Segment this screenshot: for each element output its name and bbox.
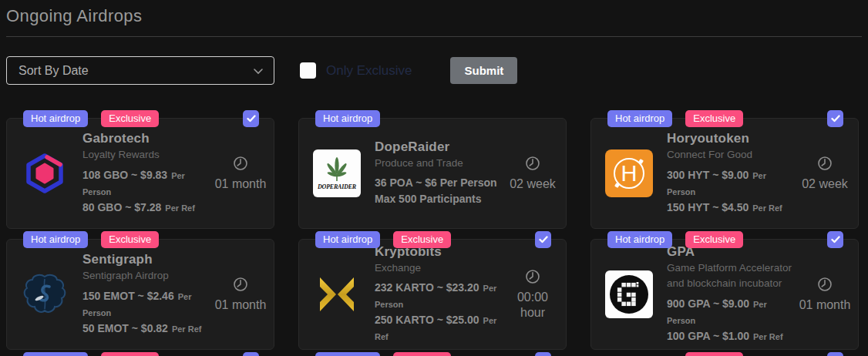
reward-line: Max 500 Participants: [375, 191, 503, 207]
reward-line: 150 HYT ~ $4.50Per Ref: [667, 200, 795, 216]
clock-icon: [817, 160, 833, 173]
card-badges: Hot airdrop Exclusive: [315, 231, 451, 248]
check-icon: [539, 233, 548, 247]
time-remaining: 01 month: [212, 156, 274, 192]
reward-line: 900 GPA ~ $9.00Per Person: [667, 296, 795, 328]
doperaider-wordmark: DOPERAIDER: [318, 183, 356, 190]
chevron-down-icon: [254, 64, 263, 78]
reward-line: 80 GBO ~ $7.28Per Ref: [82, 200, 210, 216]
time-remaining: 01 month: [212, 277, 274, 313]
hot-airdrop-badge: Hot airdrop: [607, 110, 672, 127]
clock-icon: [817, 281, 833, 294]
sort-by-select[interactable]: Sort By Date: [6, 56, 274, 85]
airdrop-title: Horyoutoken: [667, 131, 795, 146]
submit-button[interactable]: Submit: [450, 57, 517, 84]
sort-by-select-value: Sort By Date: [19, 64, 89, 78]
airdrop-card[interactable]: Hot airdrop Exclusive DOPERAIDER DopeRai…: [298, 118, 567, 229]
hot-airdrop-badge: Hot airdrop: [607, 231, 672, 248]
svg-text:H: H: [621, 161, 638, 186]
card-badges: Hot airdrop Exclusive: [607, 231, 743, 248]
reward-line: 232 KARTO ~ $23.20Per Person: [375, 280, 503, 312]
airdrop-title: DopeRaider: [375, 139, 503, 155]
reward-lines: 36 POA ~ $6 Per PersonMax 500 Participan…: [375, 175, 503, 207]
card-body: Sentigraph Sentigraph Airdrop 150 EMOT ~…: [7, 240, 274, 349]
hot-airdrop-badge: Hot airdrop: [315, 352, 380, 356]
reward-lines: 150 EMOT ~ $2.46Per Person50 EMOT ~ $0.8…: [82, 288, 210, 337]
card-checkbox[interactable]: [827, 231, 843, 248]
filter-controls: Sort By Date Only Exclusive Submit: [6, 56, 862, 85]
reward-line: 100 GPA ~ $1.00Per Ref: [667, 328, 795, 344]
exclusive-badge: Exclusive: [685, 110, 743, 127]
airdrop-subtitle: Connect For Good: [667, 147, 795, 163]
hot-airdrop-badge: Hot airdrop: [23, 231, 88, 248]
check-icon: [831, 233, 840, 247]
time-remaining: 00:00hour: [504, 269, 566, 321]
reward-lines: 300 HYT ~ $9.00Per Person150 HYT ~ $4.50…: [667, 167, 795, 216]
card-body: DOPERAIDER DopeRaider Produce and Trade …: [299, 119, 566, 228]
airdrop-subtitle: Loyalty Rewards: [82, 147, 210, 163]
card-checkbox[interactable]: [243, 110, 259, 127]
reward-lines: 232 KARTO ~ $23.20Per Person250 KARTO ~ …: [375, 280, 503, 344]
reward-lines: 900 GPA ~ $9.00Per Person100 GPA ~ $1.00…: [667, 296, 795, 344]
reward-line: 108 GBO ~ $9.83Per Person: [82, 167, 210, 200]
hot-airdrop-badge: Hot airdrop: [23, 110, 88, 127]
airdrop-card[interactable]: Hot airdrop Exclusive Sentigraph Sentigr…: [6, 239, 274, 350]
exclusive-badge: Exclusive: [685, 231, 743, 248]
reward-line: 150 EMOT ~ $2.46Per Person: [82, 288, 210, 321]
card-badges: Hot airdrop Exclusive: [23, 110, 159, 127]
sentigraph-brain-logo: [7, 272, 82, 317]
airdrop-card[interactable]: Hot airdrop Exclusive Gabrotech Loyalty …: [6, 118, 274, 229]
airdrop-subtitle: Exchange: [375, 260, 503, 276]
time-remaining: 02 week: [504, 156, 566, 192]
airdrop-subtitle: Produce and Trade: [375, 156, 503, 171]
card-checkbox[interactable]: [243, 352, 259, 356]
reward-line: 50 EMOT ~ $0.82Per Ref: [82, 321, 210, 337]
hot-airdrop-badge: Hot airdrop: [315, 231, 380, 248]
exclusive-badge: Exclusive: [393, 352, 451, 356]
exclusive-badge: Exclusive: [101, 110, 159, 127]
clock-icon: [525, 160, 540, 173]
reward-line: 36 POA ~ $6 Per Person: [375, 175, 503, 191]
airdrop-subtitle: Sentigraph Airdrop: [82, 268, 210, 284]
duration-text: 02 week: [796, 176, 853, 192]
card-body: GPA Game Platform Accelerator and blockc…: [591, 240, 858, 349]
card-badges: Hot airdrop Exclusive: [315, 352, 451, 356]
only-exclusive-label: Only Exclusive: [326, 63, 412, 79]
airdrop-card[interactable]: Hot airdrop Exclusive H Horyoutoken Conn…: [590, 118, 859, 229]
card-body: Gabrotech Loyalty Rewards 108 GBO ~ $9.8…: [7, 119, 274, 228]
airdrop-title: Sentigraph: [82, 252, 210, 267]
card-checkbox[interactable]: [827, 110, 843, 127]
check-icon: [247, 112, 256, 126]
card-badges: Hot airdrop Exclusive: [607, 110, 743, 127]
card-badges: Hot airdrop Exclusive: [23, 231, 159, 248]
gabrotech-hexagon-logo: [7, 153, 82, 194]
only-exclusive-checkbox[interactable]: [300, 62, 316, 79]
airdrop-card[interactable]: Hot airdrop Exclusive GPA Game Platform …: [590, 239, 859, 350]
airdrop-card[interactable]: Hot airdrop Exclusive Kryptobits Exchang…: [298, 239, 567, 350]
duration-text: 01 month: [212, 297, 269, 313]
only-exclusive-control: Only Exclusive: [300, 62, 412, 79]
duration-text: 01 month: [796, 297, 853, 313]
clock-icon: [525, 274, 540, 287]
reward-line: 250 KARTO ~ $25.00Per Ref: [375, 312, 503, 344]
card-badges: Hot airdrop Exclusive: [23, 352, 159, 356]
check-icon: [831, 112, 840, 126]
card-badges: Hot airdrop Exclusive: [607, 352, 743, 356]
airdrop-title: Gabrotech: [82, 131, 210, 146]
header-divider: [6, 36, 862, 37]
doperaider-leaf-logo: DOPERAIDER: [299, 149, 375, 197]
horyoutoken-h-logo: H: [591, 149, 667, 197]
card-checkbox[interactable]: [535, 231, 551, 248]
reward-lines: 108 GBO ~ $9.83Per Person80 GBO ~ $7.28P…: [82, 167, 210, 216]
exclusive-badge: Exclusive: [393, 231, 451, 248]
time-remaining: 02 week: [796, 156, 858, 192]
airdrop-subtitle: Game Platform Accelerator and blockchain…: [667, 260, 795, 291]
time-remaining: 01 month: [796, 277, 858, 313]
card-body: Kryptobits Exchange 232 KARTO ~ $23.20Pe…: [299, 240, 566, 349]
duration-text: 01 month: [212, 176, 269, 192]
gpa-g-logo: [591, 270, 667, 318]
page-header: Ongoing Airdrops: [0, 0, 868, 26]
hot-airdrop-badge: Hot airdrop: [23, 352, 88, 356]
card-checkbox[interactable]: [535, 352, 551, 356]
card-checkbox[interactable]: [827, 352, 843, 356]
